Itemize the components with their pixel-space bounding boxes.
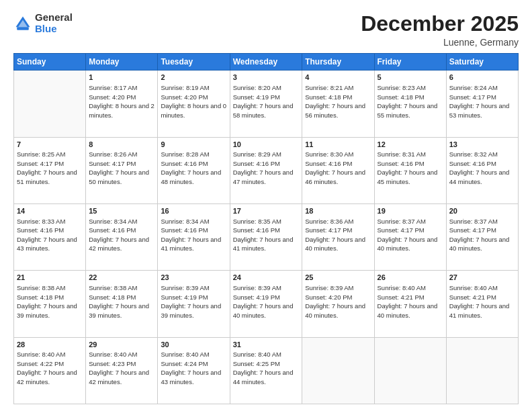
day-info: Sunrise: 8:40 AMSunset: 4:22 PMDaylight:… xyxy=(17,351,77,385)
day-number: 9 xyxy=(161,140,226,150)
day-header-friday: Friday xyxy=(374,54,446,71)
day-cell: 23Sunrise: 8:39 AMSunset: 4:19 PMDayligh… xyxy=(158,271,230,337)
day-number: 7 xyxy=(17,140,83,150)
day-number: 28 xyxy=(17,340,83,350)
day-info: Sunrise: 8:32 AMSunset: 4:16 PMDaylight:… xyxy=(449,150,510,185)
day-number: 25 xyxy=(305,273,371,283)
day-cell xyxy=(14,71,86,137)
logo-icon xyxy=(13,14,32,33)
day-cell: 9Sunrise: 8:28 AMSunset: 4:16 PMDaylight… xyxy=(158,137,230,203)
day-number: 27 xyxy=(449,273,515,283)
day-number: 10 xyxy=(233,140,300,150)
day-cell: 25Sunrise: 8:39 AMSunset: 4:20 PMDayligh… xyxy=(302,271,374,337)
day-cell: 13Sunrise: 8:32 AMSunset: 4:16 PMDayligh… xyxy=(446,137,518,203)
day-info: Sunrise: 8:28 AMSunset: 4:16 PMDaylight:… xyxy=(161,150,221,185)
day-number: 19 xyxy=(378,206,443,216)
day-cell: 22Sunrise: 8:38 AMSunset: 4:18 PMDayligh… xyxy=(86,271,158,337)
day-cell: 1Sunrise: 8:17 AMSunset: 4:20 PMDaylight… xyxy=(86,71,158,137)
day-info: Sunrise: 8:38 AMSunset: 4:18 PMDaylight:… xyxy=(17,284,77,319)
day-cell xyxy=(446,337,518,404)
day-header-thursday: Thursday xyxy=(302,54,374,71)
day-info: Sunrise: 8:39 AMSunset: 4:19 PMDaylight:… xyxy=(233,284,294,319)
day-header-saturday: Saturday xyxy=(446,54,518,71)
day-number: 22 xyxy=(89,273,154,283)
day-number: 30 xyxy=(161,340,226,350)
day-cell: 27Sunrise: 8:40 AMSunset: 4:21 PMDayligh… xyxy=(446,271,518,337)
day-cell: 26Sunrise: 8:40 AMSunset: 4:21 PMDayligh… xyxy=(374,271,446,337)
day-number: 11 xyxy=(305,140,371,150)
day-info: Sunrise: 8:29 AMSunset: 4:16 PMDaylight:… xyxy=(233,150,294,185)
day-info: Sunrise: 8:17 AMSunset: 4:20 PMDaylight:… xyxy=(89,84,154,119)
day-info: Sunrise: 8:39 AMSunset: 4:20 PMDaylight:… xyxy=(305,284,365,319)
day-number: 24 xyxy=(233,273,300,283)
calendar-page: General Blue December 2025 Luenne, Germa… xyxy=(0,0,532,411)
svg-rect-2 xyxy=(17,27,29,30)
day-number: 31 xyxy=(233,340,300,350)
day-info: Sunrise: 8:23 AMSunset: 4:18 PMDaylight:… xyxy=(378,84,438,119)
logo-blue: Blue xyxy=(35,23,57,34)
day-cell: 21Sunrise: 8:38 AMSunset: 4:18 PMDayligh… xyxy=(14,271,86,337)
day-cell: 16Sunrise: 8:34 AMSunset: 4:16 PMDayligh… xyxy=(158,203,230,270)
day-cell: 7Sunrise: 8:25 AMSunset: 4:17 PMDaylight… xyxy=(14,137,86,203)
day-info: Sunrise: 8:40 AMSunset: 4:23 PMDaylight:… xyxy=(89,351,149,385)
day-cell: 10Sunrise: 8:29 AMSunset: 4:16 PMDayligh… xyxy=(230,137,302,203)
location: Luenne, Germany xyxy=(361,37,519,48)
day-info: Sunrise: 8:25 AMSunset: 4:17 PMDaylight:… xyxy=(17,150,77,185)
day-number: 3 xyxy=(233,73,300,83)
day-info: Sunrise: 8:40 AMSunset: 4:21 PMDaylight:… xyxy=(378,284,438,319)
day-info: Sunrise: 8:35 AMSunset: 4:16 PMDaylight:… xyxy=(233,218,294,253)
day-cell: 4Sunrise: 8:21 AMSunset: 4:18 PMDaylight… xyxy=(302,71,374,137)
day-cell: 5Sunrise: 8:23 AMSunset: 4:18 PMDaylight… xyxy=(374,71,446,137)
month-title: December 2025 xyxy=(361,12,519,36)
day-number: 14 xyxy=(17,206,83,216)
header: General Blue December 2025 Luenne, Germa… xyxy=(13,12,519,48)
day-number: 12 xyxy=(378,140,443,150)
logo-text: General Blue xyxy=(35,12,73,34)
day-cell: 15Sunrise: 8:34 AMSunset: 4:16 PMDayligh… xyxy=(86,203,158,270)
day-info: Sunrise: 8:39 AMSunset: 4:19 PMDaylight:… xyxy=(161,284,221,319)
day-cell: 3Sunrise: 8:20 AMSunset: 4:19 PMDaylight… xyxy=(230,71,302,137)
day-cell: 30Sunrise: 8:40 AMSunset: 4:24 PMDayligh… xyxy=(158,337,230,404)
day-info: Sunrise: 8:31 AMSunset: 4:16 PMDaylight:… xyxy=(378,150,438,185)
day-number: 23 xyxy=(161,273,226,283)
day-cell: 14Sunrise: 8:33 AMSunset: 4:16 PMDayligh… xyxy=(14,203,86,270)
week-row-1: 1Sunrise: 8:17 AMSunset: 4:20 PMDaylight… xyxy=(14,71,519,137)
week-row-4: 21Sunrise: 8:38 AMSunset: 4:18 PMDayligh… xyxy=(14,271,519,337)
day-cell: 24Sunrise: 8:39 AMSunset: 4:19 PMDayligh… xyxy=(230,271,302,337)
day-number: 6 xyxy=(449,73,515,83)
day-cell: 31Sunrise: 8:40 AMSunset: 4:25 PMDayligh… xyxy=(230,337,302,404)
day-info: Sunrise: 8:26 AMSunset: 4:17 PMDaylight:… xyxy=(89,150,149,185)
day-cell: 8Sunrise: 8:26 AMSunset: 4:17 PMDaylight… xyxy=(86,137,158,203)
day-info: Sunrise: 8:40 AMSunset: 4:25 PMDaylight:… xyxy=(233,351,294,385)
day-header-sunday: Sunday xyxy=(14,54,86,71)
header-row: SundayMondayTuesdayWednesdayThursdayFrid… xyxy=(14,54,519,71)
day-cell: 29Sunrise: 8:40 AMSunset: 4:23 PMDayligh… xyxy=(86,337,158,404)
day-cell xyxy=(302,337,374,404)
day-cell: 6Sunrise: 8:24 AMSunset: 4:17 PMDaylight… xyxy=(446,71,518,137)
day-cell: 11Sunrise: 8:30 AMSunset: 4:16 PMDayligh… xyxy=(302,137,374,203)
day-number: 4 xyxy=(305,73,371,83)
day-number: 8 xyxy=(89,140,154,150)
day-number: 5 xyxy=(378,73,443,83)
day-info: Sunrise: 8:40 AMSunset: 4:21 PMDaylight:… xyxy=(449,284,510,319)
day-cell: 28Sunrise: 8:40 AMSunset: 4:22 PMDayligh… xyxy=(14,337,86,404)
day-cell: 12Sunrise: 8:31 AMSunset: 4:16 PMDayligh… xyxy=(374,137,446,203)
day-number: 29 xyxy=(89,340,154,350)
day-cell: 20Sunrise: 8:37 AMSunset: 4:17 PMDayligh… xyxy=(446,203,518,270)
day-info: Sunrise: 8:34 AMSunset: 4:16 PMDaylight:… xyxy=(89,218,149,253)
day-number: 18 xyxy=(305,206,371,216)
day-info: Sunrise: 8:37 AMSunset: 4:17 PMDaylight:… xyxy=(449,218,510,253)
day-info: Sunrise: 8:34 AMSunset: 4:16 PMDaylight:… xyxy=(161,218,221,253)
day-info: Sunrise: 8:38 AMSunset: 4:18 PMDaylight:… xyxy=(89,284,149,319)
day-number: 13 xyxy=(449,140,515,150)
day-info: Sunrise: 8:40 AMSunset: 4:24 PMDaylight:… xyxy=(161,351,221,385)
day-number: 26 xyxy=(378,273,443,283)
day-info: Sunrise: 8:37 AMSunset: 4:17 PMDaylight:… xyxy=(378,218,438,253)
logo-general: General xyxy=(35,11,73,23)
day-cell xyxy=(374,337,446,404)
day-info: Sunrise: 8:21 AMSunset: 4:18 PMDaylight:… xyxy=(305,84,365,119)
day-cell: 19Sunrise: 8:37 AMSunset: 4:17 PMDayligh… xyxy=(374,203,446,270)
day-info: Sunrise: 8:20 AMSunset: 4:19 PMDaylight:… xyxy=(233,84,294,119)
day-cell: 18Sunrise: 8:36 AMSunset: 4:17 PMDayligh… xyxy=(302,203,374,270)
day-header-wednesday: Wednesday xyxy=(230,54,302,71)
